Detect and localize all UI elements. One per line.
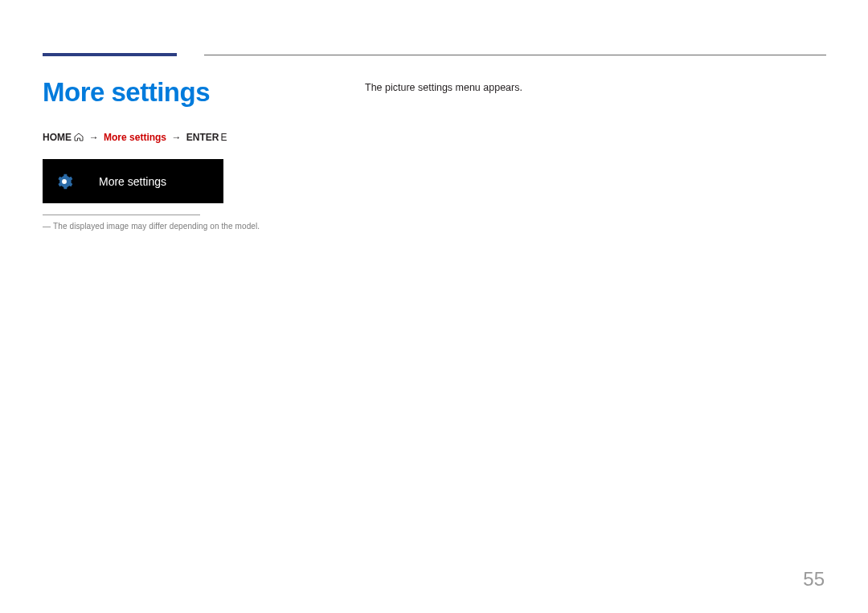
section-heading: More settings (43, 77, 348, 108)
home-icon (74, 133, 84, 144)
note-dash: ― (43, 222, 51, 231)
nav-home-label: HOME (43, 132, 72, 143)
disclaimer-note: ―The displayed image may differ dependin… (43, 222, 348, 231)
gear-icon (52, 173, 76, 190)
tile-label: More settings (99, 175, 166, 188)
horizontal-rule (204, 55, 826, 55)
nav-arrow-2: → (171, 132, 181, 143)
more-settings-tile: More settings (43, 159, 223, 203)
svg-point-0 (62, 179, 67, 184)
left-column: More settings HOME → More settings → ENT… (43, 77, 348, 231)
page-number: 55 (803, 568, 825, 591)
note-divider (43, 215, 200, 215)
right-column: The picture settings menu appears. (365, 82, 815, 93)
accent-bar (43, 53, 177, 56)
note-text: The displayed image may differ depending… (53, 222, 260, 231)
nav-current-page: More settings (104, 132, 166, 143)
enter-icon: E (220, 132, 227, 143)
body-text: The picture settings menu appears. (365, 82, 815, 93)
navigation-path: HOME → More settings → ENTERE (43, 132, 348, 143)
nav-enter-label: ENTER (186, 132, 219, 143)
nav-arrow-1: → (89, 132, 99, 143)
